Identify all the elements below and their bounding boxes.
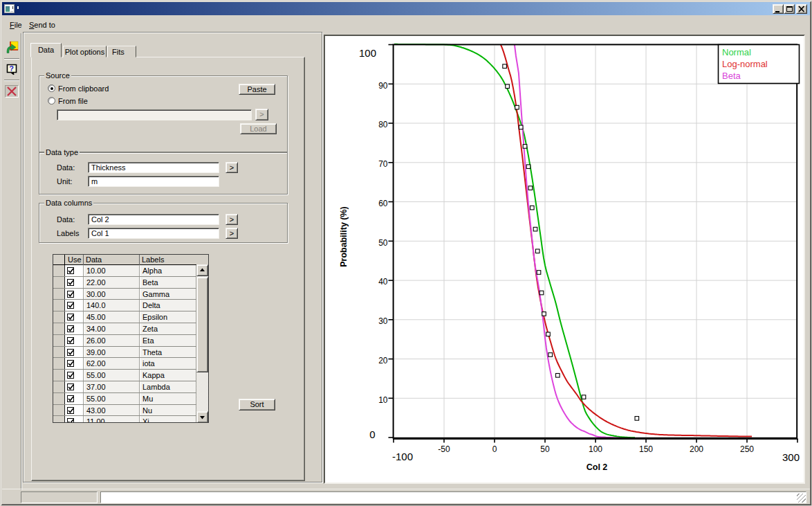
svg-text:150: 150 — [639, 444, 653, 454]
svg-text:0: 0 — [369, 428, 375, 440]
svg-text:30: 30 — [378, 316, 388, 326]
svg-text:Beta: Beta — [722, 71, 741, 81]
svg-text:20: 20 — [378, 356, 388, 365]
svg-text:-50: -50 — [438, 444, 450, 454]
svg-text:90: 90 — [378, 81, 388, 91]
svg-text:Log-normal: Log-normal — [722, 59, 768, 69]
svg-text:-100: -100 — [392, 451, 413, 462]
svg-text:60: 60 — [378, 199, 388, 208]
svg-text:Normal: Normal — [722, 47, 751, 57]
svg-text:Probability (%): Probability (%) — [339, 206, 349, 267]
svg-text:40: 40 — [378, 277, 388, 287]
svg-text:70: 70 — [378, 159, 388, 169]
svg-text:200: 200 — [690, 444, 703, 454]
svg-text:250: 250 — [740, 444, 754, 454]
svg-text:50: 50 — [378, 238, 388, 248]
svg-text:100: 100 — [359, 47, 376, 59]
svg-text:100: 100 — [589, 444, 602, 454]
svg-text:0: 0 — [492, 444, 497, 454]
svg-text:50: 50 — [540, 444, 550, 454]
svg-text:80: 80 — [378, 120, 388, 129]
svg-text:Col 2: Col 2 — [587, 462, 608, 472]
svg-text:?: ? — [9, 64, 14, 73]
svg-text:300: 300 — [782, 451, 800, 463]
svg-text:10: 10 — [378, 395, 388, 405]
